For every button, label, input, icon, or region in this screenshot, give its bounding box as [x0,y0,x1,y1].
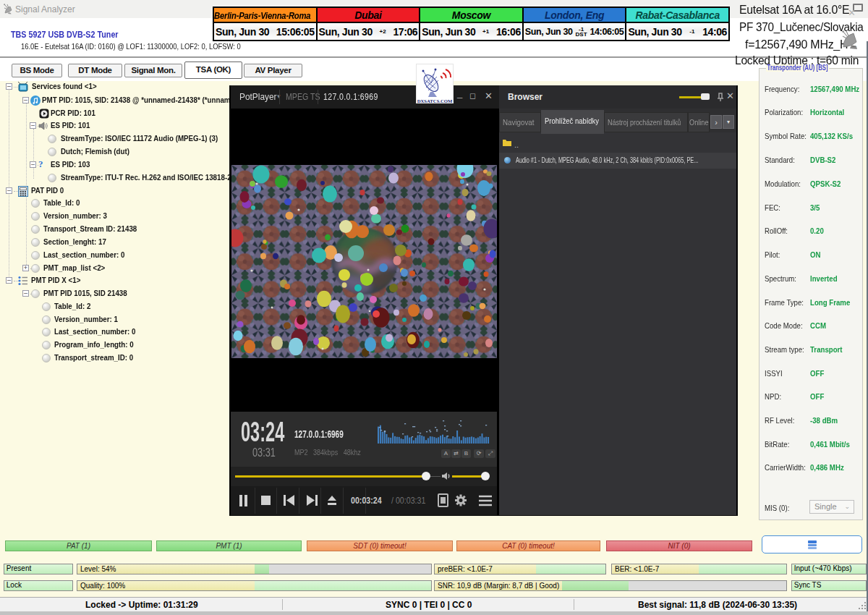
svg-text:sat: sat [852,44,856,48]
svg-text:/ 00:03:31: / 00:03:31 [391,495,426,506]
svg-text:00:03:24: 00:03:24 [351,495,382,506]
svg-text:DXSATCS.COM: DXSATCS.COM [417,98,453,103]
